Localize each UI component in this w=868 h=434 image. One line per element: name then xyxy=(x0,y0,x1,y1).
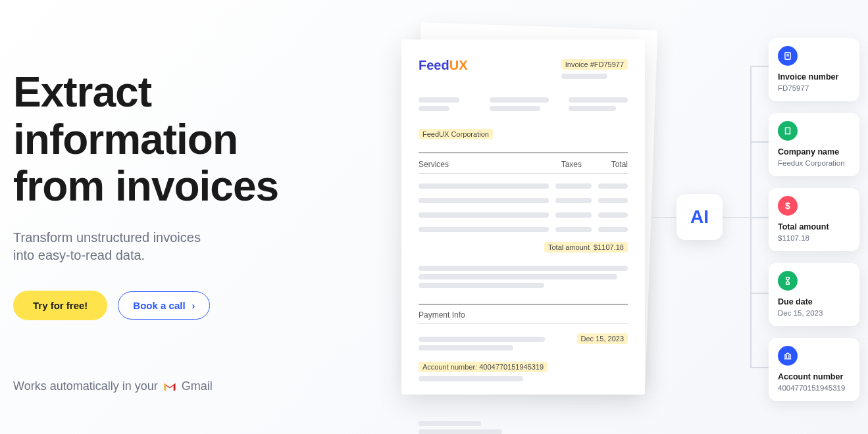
building-icon xyxy=(778,121,798,141)
card-title: Total amount xyxy=(778,222,850,231)
placeholder-line xyxy=(490,97,549,103)
dollar-icon: $ xyxy=(778,196,798,216)
card-title: Company name xyxy=(778,147,850,157)
invoice-account-highlight: Account number: 4004770151945319 xyxy=(419,362,548,372)
gmail-icon xyxy=(163,381,176,392)
placeholder-line xyxy=(561,74,607,79)
invoice-account-value: 4004770151945319 xyxy=(479,363,544,371)
placeholder-line xyxy=(419,337,545,342)
invoice-account-label: Account number: xyxy=(422,363,477,371)
placeholder-line xyxy=(419,376,523,381)
hero-headline-line3: from invoices xyxy=(13,162,278,210)
invoice-total-highlight: Total amount $1107.18 xyxy=(544,242,628,253)
card-invoice-number: Invoice number FD75977 xyxy=(769,38,859,101)
invoice-preview: FeedUX Invoice #FD75977 xyxy=(401,33,651,391)
table-row xyxy=(419,224,628,235)
hero-subtitle: Transform unstructured invoices into eas… xyxy=(13,229,369,264)
placeholder-line xyxy=(419,345,513,350)
card-due-date: Due date Dec 15, 2023 xyxy=(769,263,859,326)
placeholder-line xyxy=(419,274,617,279)
placeholder-line xyxy=(419,283,544,288)
book-a-call-button[interactable]: Book a call › xyxy=(118,291,210,320)
invoice-logo-part1: Feed xyxy=(419,58,449,72)
card-total-amount: $ Total amount $1107.18 xyxy=(769,188,859,251)
invoice-total-value: $1107.18 xyxy=(594,243,624,251)
invoice-logo-part2: UX xyxy=(449,58,468,72)
hero-headline-line1: Extract xyxy=(13,68,151,116)
invoice-number-highlight: Invoice #FD75977 xyxy=(561,59,628,70)
try-for-free-button[interactable]: Try for free! xyxy=(13,291,107,320)
invoice-logo: FeedUX xyxy=(419,58,467,73)
card-value: FD75977 xyxy=(778,84,850,92)
works-automatically-note: Works automatically in your Gmail xyxy=(13,379,369,393)
card-value: Feedux Corporation xyxy=(778,159,850,167)
invoice-company-highlight: FeedUX Corporation xyxy=(419,129,493,139)
placeholder-line xyxy=(490,106,540,111)
card-account-number: Account number 4004770151945319 xyxy=(769,338,859,401)
card-title: Due date xyxy=(778,297,850,306)
hero-headline: Extract information from invoices xyxy=(13,69,369,210)
th-total: Total xyxy=(582,160,628,169)
hourglass-icon xyxy=(778,271,798,291)
bank-icon xyxy=(778,346,798,366)
works-suffix: Gmail xyxy=(182,379,213,393)
placeholder-line xyxy=(419,429,502,434)
book-a-call-label: Book a call xyxy=(133,300,185,311)
card-title: Invoice number xyxy=(778,72,850,82)
connector-line xyxy=(723,217,752,218)
placeholder-line xyxy=(419,421,481,426)
hero-headline-line2: information xyxy=(13,116,238,163)
invoice-front-sheet: FeedUX Invoice #FD75977 xyxy=(401,39,645,395)
connector-line xyxy=(651,217,678,218)
card-value: 4004770151945319 xyxy=(778,384,850,392)
card-value: Dec 15, 2023 xyxy=(778,309,850,317)
invoice-table-header: Services Taxes Total xyxy=(419,153,628,174)
placeholder-line xyxy=(419,106,449,111)
table-row xyxy=(419,195,628,206)
table-row xyxy=(419,209,628,221)
card-company-name: Company name Feedux Corporation xyxy=(769,113,859,176)
invoice-due-date-highlight: Dec 15, 2023 xyxy=(577,333,628,344)
placeholder-line xyxy=(419,97,459,103)
payment-info-header: Payment Info xyxy=(419,304,628,324)
card-value: $1107.18 xyxy=(778,234,850,242)
placeholder-line xyxy=(569,97,628,103)
hero-sub-line2: into easy-to-read data. xyxy=(13,248,145,262)
placeholder-line xyxy=(419,266,628,271)
hero-sub-line1: Transform unstructured invoices xyxy=(13,230,201,245)
document-icon xyxy=(778,46,798,66)
chevron-right-icon: › xyxy=(192,301,195,311)
table-row xyxy=(419,180,628,192)
th-taxes: Taxes xyxy=(536,160,582,169)
card-title: Account number xyxy=(778,372,850,381)
invoice-total-label: Total amount xyxy=(548,243,590,251)
works-prefix: Works automatically in your xyxy=(13,379,158,393)
ai-node: AI xyxy=(677,194,723,240)
th-services: Services xyxy=(419,160,536,169)
placeholder-line xyxy=(569,106,616,111)
